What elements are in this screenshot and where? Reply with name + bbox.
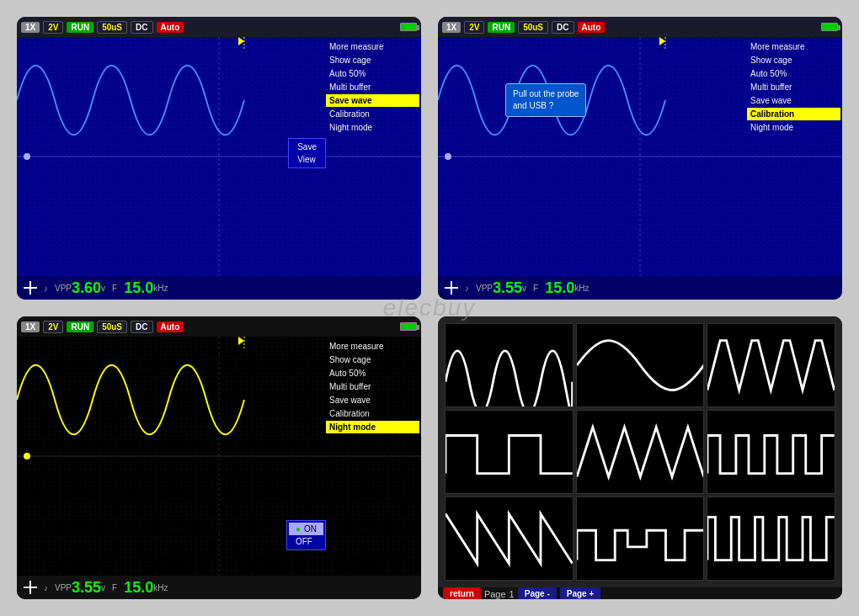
- freq-value-bl: 15.0: [124, 579, 153, 597]
- panel-bottom-left: 1X 2V RUN 50uS DC Auto: [17, 316, 421, 599]
- menu-item-auto50-bl[interactable]: Auto 50%: [326, 367, 419, 380]
- battery-bl: [400, 322, 417, 331]
- menu-item-night-mode-tr[interactable]: Night mode: [747, 121, 840, 134]
- badge-2v-bl: 2V: [43, 321, 63, 333]
- menu-item-night-mode-bl[interactable]: Night mode: [326, 421, 419, 433]
- wave-cell-5: [576, 410, 705, 494]
- badge-auto-tl: Auto: [157, 22, 184, 33]
- menu-item-calibration-tr[interactable]: Calibration: [747, 108, 840, 120]
- badge-dc-bl: DC: [131, 321, 152, 333]
- tooltip-tr: Pull out the probeand USB ?: [505, 83, 586, 117]
- bottom-bar-tr: ♪ VPP 3.55 v F 15.0 kHz: [438, 276, 842, 300]
- badge-2v-tl: 2V: [43, 21, 63, 34]
- menu-item-more-measure-bl[interactable]: More measure: [326, 340, 419, 353]
- menu-item-save-wave-bl[interactable]: Save wave: [326, 394, 419, 406]
- svg-marker-10: [659, 37, 665, 45]
- freq-value-tl: 15.0: [124, 279, 153, 297]
- night-on-bl[interactable]: ● ON: [289, 523, 323, 535]
- panel-bottom-right: return Page 1 Page - Page +: [438, 316, 842, 599]
- badge-2v-tr: 2V: [464, 21, 484, 34]
- freq-unit-tr: kHz: [574, 284, 589, 293]
- badge-50us-bl: 50uS: [97, 321, 127, 333]
- wave-cell-9: [707, 497, 835, 581]
- menu-item-save-wave-tr[interactable]: Save wave: [747, 94, 840, 107]
- top-bar-bl: 1X 2V RUN 50uS DC Auto: [17, 316, 421, 337]
- svg-marker-4: [238, 37, 244, 45]
- wave-svg-5: [577, 411, 704, 493]
- menu-item-more-measure-tr[interactable]: More measure: [747, 40, 840, 53]
- badge-50us-tl: 50uS: [97, 21, 127, 34]
- freq-unit-tl: kHz: [153, 284, 168, 293]
- menu-item-night-mode-tl[interactable]: Night mode: [326, 121, 419, 134]
- night-sub-menu-bl: ● ON OFF: [286, 520, 326, 550]
- vpp-value-tl: 3.60: [72, 279, 101, 297]
- menu-item-multi-buffer-bl[interactable]: Multi buffer: [326, 380, 419, 393]
- wave-svg-6: [707, 411, 835, 493]
- page-number: 1: [510, 589, 515, 599]
- wave-cell-6: [707, 410, 835, 494]
- freq-unit-bl: kHz: [153, 583, 168, 592]
- badge-auto-bl: Auto: [157, 321, 184, 332]
- main-container: elecbuy 1X 2V RUN 50uS DC Auto: [0, 0, 859, 616]
- menu-item-calibration-tl[interactable]: Calibration: [326, 108, 419, 120]
- menu-item-more-measure-tl[interactable]: More measure: [326, 40, 419, 53]
- wave-svg-1: [446, 324, 573, 406]
- menu-item-auto50-tr[interactable]: Auto 50%: [747, 67, 840, 80]
- top-bar-tr: 1X 2V RUN 50uS DC Auto: [438, 17, 842, 37]
- badge-50us-tr: 50uS: [518, 21, 548, 34]
- badge-1x-tl: 1X: [21, 22, 40, 33]
- signal-dot-tr: [445, 153, 451, 160]
- night-off-bl[interactable]: OFF: [289, 535, 323, 548]
- vpp-unit-tl: v: [101, 284, 105, 293]
- menu-item-show-cage-bl[interactable]: Show cage: [326, 353, 419, 366]
- signal-dot-bl: [24, 453, 30, 459]
- wave-svg-2: [577, 324, 704, 406]
- panel-top-left: 1X 2V RUN 50uS DC Auto: [17, 17, 421, 300]
- battery-tl: [400, 23, 417, 31]
- page-minus-button[interactable]: Page -: [518, 587, 557, 599]
- wave-cell-3: [707, 323, 835, 407]
- wave-svg-4: [446, 411, 573, 493]
- badge-dc-tr: DC: [552, 21, 574, 34]
- battery-tr: [821, 23, 838, 31]
- menu-item-save-wave-tl[interactable]: Save wave: [326, 94, 419, 107]
- top-bar-tl: 1X 2V RUN 50uS DC Auto: [17, 17, 421, 37]
- sub-save-tl[interactable]: Save: [291, 141, 323, 153]
- badge-auto-tr: Auto: [578, 22, 606, 33]
- page-plus-button[interactable]: Page +: [560, 587, 601, 599]
- menu-item-show-cage-tl[interactable]: Show cage: [326, 54, 419, 66]
- crosshair-tl: [24, 281, 37, 295]
- page-label: Page: [484, 589, 506, 599]
- wave-svg-7: [446, 497, 573, 580]
- return-button[interactable]: return: [443, 587, 481, 599]
- wave-bottom-bar: return Page 1 Page - Page +: [438, 587, 842, 599]
- menu-item-calibration-bl[interactable]: Calibration: [326, 407, 419, 420]
- wave-svg-8: [577, 497, 704, 580]
- crosshair-tr: [445, 281, 458, 295]
- panel-top-right: 1X 2V RUN 50uS DC Auto: [438, 17, 842, 300]
- badge-1x-tr: 1X: [442, 22, 461, 33]
- wave-cell-4: [445, 410, 574, 494]
- wave-cell-1: [445, 323, 574, 407]
- menu-item-multi-buffer-tl[interactable]: Multi buffer: [326, 81, 419, 93]
- badge-run-tl: RUN: [67, 22, 93, 33]
- bottom-bar-bl: ♪ VPP 3.55 v F 15.0 kHz: [17, 576, 421, 599]
- vpp-unit-tr: v: [522, 284, 526, 293]
- scope-display-tr: Pull out the probeand USB ? More measure…: [438, 37, 842, 276]
- signal-dot-tl: [24, 153, 30, 160]
- menu-item-multi-buffer-tr[interactable]: Multi buffer: [747, 81, 840, 93]
- wave-svg-3: [707, 324, 835, 406]
- wave-cell-7: [445, 497, 574, 581]
- vpp-value-tr: 3.55: [493, 279, 522, 297]
- sub-view-tl[interactable]: View: [291, 153, 323, 166]
- svg-marker-16: [238, 337, 244, 345]
- menu-tr: More measure Show cage Auto 50% Multi bu…: [745, 37, 842, 276]
- badge-dc-tl: DC: [131, 21, 152, 34]
- menu-item-show-cage-tr[interactable]: Show cage: [747, 54, 840, 66]
- freq-value-tr: 15.0: [545, 279, 574, 297]
- wave-svg-9: [707, 497, 835, 580]
- badge-1x-bl: 1X: [21, 321, 40, 332]
- badge-run-bl: RUN: [67, 321, 93, 332]
- menu-item-auto50-tl[interactable]: Auto 50%: [326, 67, 419, 80]
- crosshair-bl: [24, 581, 37, 594]
